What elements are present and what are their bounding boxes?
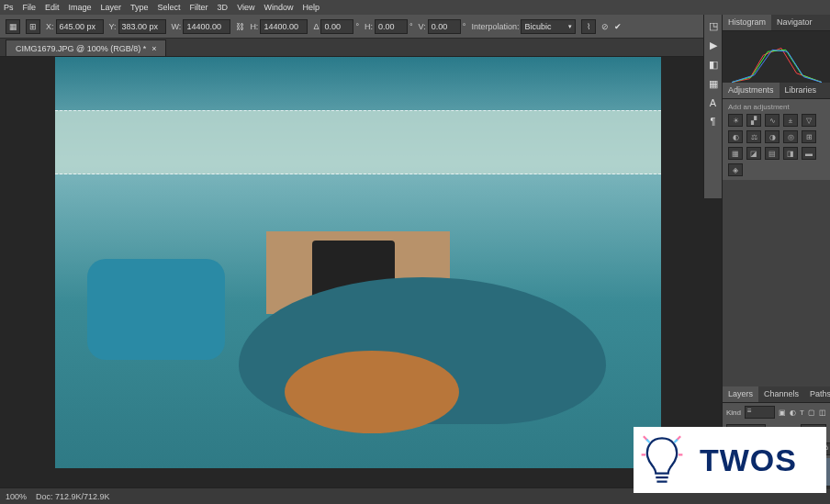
filter-pixel-icon[interactable]: ▣ [779,409,786,417]
x-input[interactable] [56,19,104,34]
vibrance-icon[interactable]: ▽ [802,114,816,127]
menu-select[interactable]: Select [158,3,181,12]
adjustments-hint: Add an adjustment [728,103,824,111]
kind-dropdown[interactable]: ≡ [745,406,775,419]
filter-shape-icon[interactable]: ▢ [808,409,815,417]
document-tab-label: CIMG1679.JPG @ 100% (RGB/8) * [16,44,146,53]
doc-size: Doc: 712.9K/712.9K [36,492,110,501]
angle-label: Δ [313,22,319,31]
menu-help[interactable]: Help [303,3,320,12]
h-input[interactable] [260,19,308,34]
paragraph-panel-icon[interactable]: ¶ [711,116,716,127]
menu-file[interactable]: File [23,3,37,12]
hskew-unit: ° [409,22,413,31]
layers-panel-tabs: Layers Channels Paths [723,386,830,403]
filter-smart-icon[interactable]: ◫ [819,409,826,417]
threshold-icon[interactable]: ◨ [783,147,798,160]
photo-filter-icon[interactable]: ◎ [783,130,798,143]
menu-window[interactable]: Window [264,3,293,12]
brightness-contrast-icon[interactable]: ☀ [728,114,743,127]
document-tab[interactable]: CIMG1679.JPG @ 100% (RGB/8) * × [6,39,166,56]
vskew-unit: ° [463,22,466,31]
menu-view[interactable]: View [237,3,254,12]
color-panel-icon[interactable]: ◧ [709,59,718,71]
character-panel-icon[interactable]: A [710,97,716,108]
tab-navigator[interactable]: Navigator [771,15,818,30]
channel-mixer-icon[interactable]: ⊞ [802,130,816,143]
invert-icon[interactable]: ◪ [746,147,761,160]
w-label: W: [172,22,182,31]
interp-value: Bicubic [524,22,551,31]
watermark-badge: TWOS [634,427,826,493]
layer-filter-row: Kind ≡ ▣ ◐ T ▢ ◫ [723,403,830,421]
vskew-field: V: ° [419,19,466,34]
transform-icon[interactable]: ▦ [6,19,20,34]
warp-mode-icon[interactable]: ⌇ [581,19,596,34]
document-image [55,57,661,468]
color-balance-icon[interactable]: ⚖ [746,130,761,143]
histogram-panel-tabs: Histogram Navigator [723,15,830,31]
black-white-icon[interactable]: ◑ [765,130,780,143]
posterize-icon[interactable]: ▤ [765,147,780,160]
selective-color-icon[interactable]: ◈ [728,163,743,176]
image-armchair [87,259,225,360]
exposure-icon[interactable]: ± [783,114,798,127]
actions-panel-icon[interactable]: ▶ [710,39,717,51]
y-label: Y: [109,22,117,31]
chevron-down-icon: ▾ [568,23,572,30]
tab-histogram[interactable]: Histogram [723,15,771,30]
histogram-graph [732,46,822,83]
adjustments-body: Add an adjustment ☀ ▞ ∿ ± ▽ ◐ ⚖ ◑ ◎ ⊞ ▦ … [723,99,830,180]
menu-image[interactable]: Image [69,3,92,12]
watermark-text: TWOS [700,442,797,478]
tab-libraries[interactable]: Libraries [780,83,823,98]
app-icon: Ps [4,3,14,12]
filter-type-icon[interactable]: T [800,409,804,417]
collapsed-panels: ◳ ▶ ◧ ▦ A ¶ [703,15,722,198]
history-panel-icon[interactable]: ◳ [709,20,718,32]
reference-point-icon[interactable]: ⊞ [26,19,40,34]
menu-filter[interactable]: Filter [190,3,208,12]
hue-sat-icon[interactable]: ◐ [728,130,743,143]
menu-3d[interactable]: 3D [218,3,229,12]
close-icon[interactable]: × [151,44,156,53]
levels-icon[interactable]: ▞ [746,114,761,127]
image-table [285,351,459,433]
w-input[interactable] [183,19,230,34]
tab-channels[interactable]: Channels [758,386,804,402]
filter-adjust-icon[interactable]: ◐ [790,409,796,417]
tab-adjustments[interactable]: Adjustments [723,83,780,98]
color-lookup-icon[interactable]: ▦ [728,147,743,160]
vskew-input[interactable] [428,19,461,34]
angle-input[interactable] [320,19,353,34]
selection-marquee[interactable] [55,110,661,174]
menu-layer[interactable]: Layer [101,3,122,12]
w-field: W: [172,19,231,34]
menu-type[interactable]: Type [130,3,149,12]
hskew-field: H: ° [365,19,413,34]
tab-layers[interactable]: Layers [723,386,758,402]
hskew-label: H: [365,22,373,31]
interp-label: Interpolation: [471,22,519,31]
workspace [0,57,722,487]
x-field: X: [46,19,104,34]
gradient-map-icon[interactable]: ▬ [802,147,816,160]
angle-unit: ° [355,22,359,31]
adjustment-icons: ☀ ▞ ∿ ± ▽ ◐ ⚖ ◑ ◎ ⊞ ▦ ◪ ▤ ◨ ▬ ◈ [728,114,824,176]
tab-paths[interactable]: Paths [804,386,830,402]
interp-dropdown[interactable]: Bicubic ▾ [521,19,576,34]
swatches-panel-icon[interactable]: ▦ [709,78,718,90]
y-input[interactable] [118,19,166,34]
link-icon[interactable]: ⛓ [236,22,244,31]
cancel-transform-icon[interactable]: ⊘ [601,22,609,31]
zoom-level[interactable]: 100% [6,492,27,501]
commit-transform-icon[interactable]: ✔ [614,22,622,31]
vskew-label: V: [419,22,426,31]
hskew-input[interactable] [375,19,408,34]
h-label: H: [250,22,258,31]
canvas[interactable] [55,57,661,468]
menu-edit[interactable]: Edit [45,3,60,12]
curves-icon[interactable]: ∿ [765,114,780,127]
h-field: H: [250,19,308,34]
adjustments-panel-tabs: Adjustments Libraries [723,83,830,99]
